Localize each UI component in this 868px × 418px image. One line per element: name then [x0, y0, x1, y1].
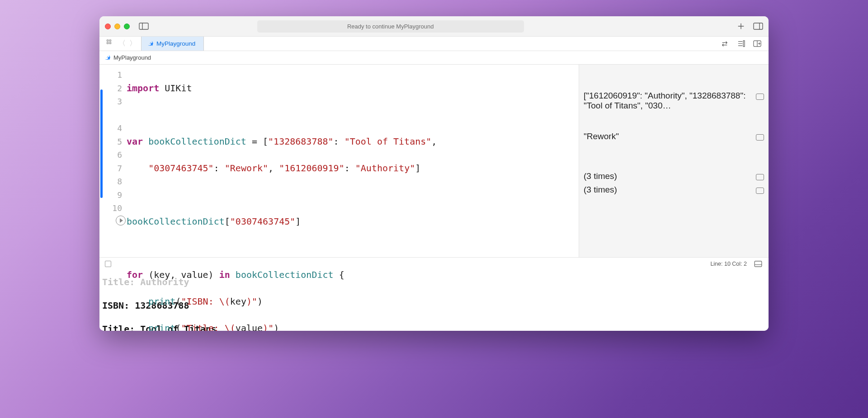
result-row[interactable]: ["1612060919": "Authority", "1328683788"… — [584, 91, 764, 111]
line-number: 7 — [99, 162, 122, 175]
token: value — [236, 323, 263, 331]
breakpoint-toggle-icon[interactable] — [105, 261, 111, 267]
token-string: "0307463745" — [148, 163, 214, 174]
line-gutter: 1 2 3 4 5 6 7 8 9 10 — [99, 65, 127, 257]
line-number: 4 — [99, 122, 122, 135]
svg-rect-7 — [109, 40, 111, 41]
swap-icon[interactable] — [720, 39, 730, 49]
token: , — [268, 163, 279, 174]
token-keyword: import — [127, 83, 159, 94]
token: " — [268, 323, 274, 331]
result-text: (3 times) — [584, 171, 752, 181]
token: [ — [225, 216, 230, 227]
token — [127, 163, 148, 174]
titlebar: Ready to continue MyPlayground — [99, 16, 769, 37]
tab-myplayground[interactable]: MyPlayground — [141, 37, 204, 51]
token: : — [344, 163, 355, 174]
code-editor[interactable]: 1 2 3 4 5 6 7 8 9 10 import UIKit var bo… — [99, 65, 579, 257]
result-text: (3 times) — [584, 185, 752, 195]
token: ) — [257, 296, 263, 307]
tab-label: MyPlayground — [156, 40, 195, 47]
toggle-right-panel-button[interactable] — [753, 21, 763, 31]
swift-icon — [104, 54, 111, 61]
result-row[interactable]: (3 times) — [584, 171, 764, 181]
line-number: 6 — [99, 148, 122, 162]
result-text: ["1612060919": "Authority", "1328683788"… — [584, 91, 752, 111]
zoom-window-button[interactable] — [124, 23, 130, 29]
line-number: 3 — [99, 95, 122, 108]
svg-rect-13 — [743, 41, 745, 47]
line-number: 5 — [99, 135, 122, 149]
token-string: "ISBN: — [181, 296, 219, 307]
token-string: "1612060919" — [279, 163, 344, 174]
token: ( — [175, 296, 181, 307]
token-string: "Rework" — [225, 163, 268, 174]
breadcrumb[interactable]: MyPlayground — [99, 51, 769, 65]
token: key — [230, 296, 246, 307]
quicklook-icon[interactable] — [756, 188, 764, 194]
token-keyword: var — [127, 136, 143, 147]
quicklook-icon[interactable] — [756, 94, 764, 100]
token-string: "Title: — [181, 323, 224, 331]
run-playground-button[interactable] — [116, 216, 126, 225]
svg-rect-8 — [107, 42, 108, 43]
token: : — [214, 163, 225, 174]
line-number: 9 — [99, 188, 122, 202]
code-content[interactable]: import UIKit var bookCollectionDict = ["… — [127, 65, 579, 257]
xcode-playground-window: Ready to continue MyPlayground 〈 〉 MyPla… — [99, 16, 769, 331]
line-number: 8 — [99, 175, 122, 188]
nav-forward-button[interactable]: 〉 — [127, 39, 138, 48]
token: \( — [225, 323, 236, 331]
change-bar — [100, 89, 103, 198]
add-button[interactable] — [736, 21, 746, 31]
toggle-left-panel-button[interactable] — [139, 21, 149, 31]
swift-icon — [147, 40, 154, 47]
cursor-position: Line: 10 Col: 2 — [710, 261, 747, 267]
line-number: 2 — [99, 82, 122, 95]
token: ] — [295, 216, 301, 227]
editor-region: 1 2 3 4 5 6 7 8 9 10 import UIKit var bo… — [99, 65, 769, 257]
token-ident: bookCollectionDict — [127, 216, 225, 227]
adjust-editor-icon[interactable] — [736, 39, 746, 49]
token — [127, 296, 148, 307]
line-number: 1 — [99, 68, 122, 82]
svg-rect-18 — [755, 261, 762, 266]
add-editor-icon[interactable] — [752, 39, 762, 49]
token: ) — [263, 323, 268, 331]
minimize-window-button[interactable] — [114, 23, 120, 29]
quicklook-icon[interactable] — [756, 134, 764, 141]
token: = [ — [252, 136, 268, 147]
result-text: "Rework" — [584, 132, 752, 141]
close-window-button[interactable] — [105, 23, 111, 29]
tabbar: 〈 〉 MyPlayground — [99, 37, 769, 51]
token-string: "Tool of Titans" — [344, 136, 432, 147]
svg-rect-6 — [107, 40, 108, 41]
history-nav: 〈 〉 — [114, 37, 141, 51]
console-line: Title: Authority — [102, 276, 766, 288]
quicklook-icon[interactable] — [756, 174, 764, 180]
activity-status: Ready to continue MyPlayground — [257, 20, 524, 33]
related-items-icon[interactable] — [104, 37, 114, 47]
result-row[interactable]: (3 times) — [584, 185, 764, 195]
token: ( — [175, 323, 181, 331]
line-number: 10 — [99, 202, 122, 215]
result-row[interactable]: "Rework" — [584, 132, 764, 141]
token: ) — [246, 296, 252, 307]
svg-rect-9 — [109, 42, 111, 43]
svg-rect-0 — [139, 23, 148, 29]
token-fn: print — [148, 323, 175, 331]
token: ) — [274, 323, 279, 331]
results-sidebar: ["1612060919": "Authority", "1328683788"… — [579, 65, 769, 257]
svg-rect-4 — [754, 23, 763, 29]
nav-back-button[interactable]: 〈 — [117, 39, 127, 48]
token: ] — [415, 163, 420, 174]
activity-status-text: Ready to continue MyPlayground — [347, 23, 434, 30]
token: \( — [219, 296, 230, 307]
token: " — [252, 296, 257, 307]
token: , — [431, 136, 437, 147]
toggle-debug-area-icon[interactable] — [753, 259, 763, 269]
token-string: "0307463745" — [230, 216, 296, 227]
breadcrumb-item: MyPlayground — [113, 54, 151, 61]
token: UIKit — [159, 83, 192, 94]
token-ident: bookCollectionDict — [143, 136, 252, 147]
